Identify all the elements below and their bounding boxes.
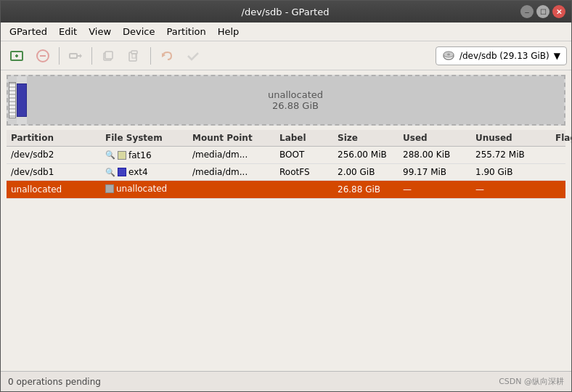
cell-mountpoint-0: /media/dm... [191,149,278,160]
minimize-button[interactable]: – [520,5,534,18]
copy-icon [100,48,116,64]
resize-button[interactable] [64,44,87,68]
cell-partition: /dev/sdb1 [9,166,104,178]
menu-help[interactable]: Help [212,25,245,38]
svg-marker-7 [80,54,82,58]
device-selector[interactable]: /dev/sdb (29.13 GiB) ▼ [436,46,567,65]
undo-button[interactable] [155,44,179,68]
cell-mountpoint-1: /media/dm... [191,166,278,178]
paste-icon [126,48,142,64]
menubar: GParted Edit View Device Partition Help [1,23,571,41]
fs-color-unalloc [105,184,114,193]
cell-partition: /dev/sdb2 [9,149,104,160]
fs-indicator: unallocated [105,184,167,194]
svg-rect-11 [131,51,137,54]
disk-sdb2-bar [8,76,17,124]
svg-rect-5 [70,54,77,58]
apply-icon [185,48,201,64]
fs-name-sdb1: ext4 [128,167,148,177]
empty-area [1,199,571,371]
undo-icon [159,48,175,64]
table-row[interactable]: unallocated unallocated 26.88 GiB — — [7,181,565,199]
fs-indicator: 🔍 ext4 [105,167,148,177]
table-row[interactable]: /dev/sdb2 🔍 fat16 /media/dm... BOOT 256.… [7,147,565,164]
new-partition-button[interactable] [5,44,28,68]
cell-label-2 [278,189,336,190]
disk-unalloc: unallocated 26.88 GiB [27,76,564,124]
fs-color-sdb2 [118,151,126,160]
toolbar: /dev/sdb (29.13 GiB) ▼ [1,41,571,70]
toolbar-sep-2 [91,47,92,65]
apply-button[interactable] [181,44,205,68]
main-window: /dev/sdb - GParted – ☐ ✕ GParted Edit Vi… [0,0,572,392]
disk-icon [442,49,455,62]
cell-label-1: RootFS [278,166,336,178]
resize-icon [68,48,83,64]
col-label: Label [278,132,336,144]
cell-used-0: 288.00 KiB [401,149,474,160]
cell-flags-0 [554,154,571,155]
cell-unused-1: 1.90 GiB [474,166,554,178]
menu-view[interactable]: View [83,25,117,38]
cell-flags-1 [554,171,571,173]
copy-button[interactable] [97,44,120,68]
disk-unalloc-label: unallocated [268,89,323,100]
menu-device[interactable]: Device [117,25,160,38]
operations-status: 0 operations pending [8,377,101,387]
cell-label-0: BOOT [278,149,336,160]
watermark: CSDN @纵向深耕 [499,376,564,387]
col-unused: Unused [474,132,554,144]
cell-used-2: — [401,184,474,195]
delete-button[interactable] [31,44,54,68]
window-title: /dev/sdb - GParted [50,7,520,17]
svg-rect-12 [132,54,136,58]
col-mountpoint: Mount Point [191,132,278,144]
disk-visual: unallocated 26.88 GiB [7,75,565,126]
titlebar: /dev/sdb - GParted – ☐ ✕ [1,1,571,23]
fs-name-sdb2: fat16 [128,150,152,160]
cell-used-1: 99.17 MiB [401,166,474,178]
col-used: Used [401,132,474,144]
fs-indicator: 🔍 fat16 [105,150,152,160]
cell-filesystem: 🔍 fat16 [104,149,191,161]
cell-filesystem: 🔍 ext4 [104,166,191,179]
fs-color-sdb1 [118,168,126,176]
new-partition-icon [9,48,25,64]
col-flags: Flags [554,132,571,144]
search-icon-sdb2: 🔍 [105,150,115,160]
fs-name-unalloc: unallocated [116,184,167,194]
menu-edit[interactable]: Edit [53,25,83,38]
cell-size-2: 26.88 GiB [336,184,401,195]
table-header: Partition File System Mount Point Label … [7,130,565,147]
cell-flags-2 [554,189,571,190]
cell-size-1: 2.00 GiB [336,166,401,178]
cell-partition: unallocated [9,184,104,195]
cell-mountpoint-2 [191,189,278,190]
delete-icon [35,48,51,64]
menu-gparted[interactable]: GParted [4,25,53,38]
window-controls: – ☐ ✕ [520,5,565,18]
toolbar-sep-1 [59,47,60,65]
cell-size-0: 256.00 MiB [336,149,401,160]
statusbar: 0 operations pending CSDN @纵向深耕 [1,371,571,391]
close-button[interactable]: ✕ [552,5,565,18]
maximize-button[interactable]: ☐ [536,5,549,18]
main-content: unallocated 26.88 GiB Partition File Sys… [1,70,571,371]
menu-partition[interactable]: Partition [161,25,212,38]
paste-button[interactable] [123,44,146,68]
cell-unused-2: — [474,184,554,195]
disk-sdb1-bar [17,83,27,117]
device-label: /dev/sdb (29.13 GiB) [459,51,549,61]
table-row[interactable]: /dev/sdb1 🔍 ext4 /media/dm... RootFS 2.0… [7,164,565,181]
cell-filesystem: unallocated [104,183,191,196]
cell-unused-0: 255.72 MiB [474,149,554,160]
disk-unalloc-size: 26.88 GiB [272,100,319,111]
toolbar-sep-3 [150,47,151,65]
svg-point-16 [447,53,450,55]
col-size: Size [336,132,401,144]
svg-rect-9 [105,52,113,59]
device-dropdown-icon: ▼ [554,51,560,61]
sdb2-visual [9,82,16,118]
search-icon-sdb1: 🔍 [105,168,115,177]
partition-table: Partition File System Mount Point Label … [7,130,565,199]
